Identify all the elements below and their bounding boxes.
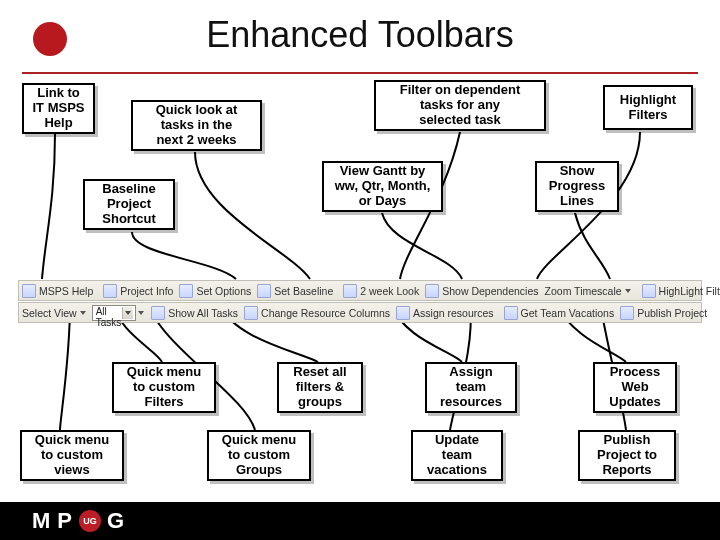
baseline-icon bbox=[257, 284, 271, 298]
tb-assign-resources[interactable]: Assign resources bbox=[395, 306, 497, 320]
tb-set-baseline[interactable]: Set Baseline bbox=[256, 284, 336, 298]
callout-quick-menu-groups: Quick menu to custom Groups bbox=[207, 430, 311, 481]
tb-highlight-filter[interactable]: HighLight Filter bbox=[641, 284, 720, 298]
callout-quick-look: Quick look at tasks in the next 2 weeks bbox=[131, 100, 262, 151]
tb-label: Change Resource Columns bbox=[261, 307, 390, 319]
highlight-icon bbox=[642, 284, 656, 298]
callout-publish-reports: Publish Project to Reports bbox=[578, 430, 676, 481]
logo-p: P bbox=[57, 508, 73, 534]
callout-quick-menu-views: Quick menu to custom views bbox=[20, 430, 124, 481]
logo-dot: UG bbox=[79, 510, 101, 532]
calendar-icon bbox=[343, 284, 357, 298]
tb-zoom-timescale[interactable]: Zoom Timescale bbox=[544, 285, 635, 297]
tb-label: Show All Tasks bbox=[168, 307, 238, 319]
toolbar-row-1: MSPS Help Project Info Set Options Set B… bbox=[18, 280, 702, 301]
callout-update-vacations: Update team vacations bbox=[411, 430, 503, 481]
logo-m: M bbox=[32, 508, 51, 534]
tb-label: Set Baseline bbox=[274, 285, 333, 297]
tb-label: Assign resources bbox=[413, 307, 494, 319]
vacation-icon bbox=[504, 306, 518, 320]
tb-label: Project Info bbox=[120, 285, 173, 297]
help-icon bbox=[22, 284, 36, 298]
tb-select-view[interactable]: Select View bbox=[21, 307, 90, 319]
tb-publish-project[interactable]: Publish Project bbox=[619, 306, 710, 320]
callout-filter-dependent: Filter on dependent tasks for any select… bbox=[374, 80, 546, 131]
slide-title: Enhanced Toolbars bbox=[0, 14, 720, 56]
tb-filter-select[interactable]: All Tasks bbox=[92, 305, 137, 321]
tb-label: Get Team Vacations bbox=[521, 307, 615, 319]
chevron-down-icon bbox=[80, 309, 87, 316]
tb-set-options[interactable]: Set Options bbox=[178, 284, 254, 298]
tb-project-info[interactable]: Project Info bbox=[102, 284, 176, 298]
chevron-down-icon bbox=[625, 287, 632, 294]
callout-reset-filters: Reset all filters & groups bbox=[277, 362, 363, 413]
callout-baseline: Baseline Project Shortcut bbox=[83, 179, 175, 230]
tb-label: MSPS Help bbox=[39, 285, 93, 297]
tb-label: 2 week Look bbox=[360, 285, 419, 297]
tb-label: Set Options bbox=[196, 285, 251, 297]
footer-logo-bar: M P UG G bbox=[0, 502, 720, 540]
callout-show-progress: Show Progress Lines bbox=[535, 161, 619, 212]
toolbar-row-2: Select View All Tasks Show All Tasks Cha… bbox=[18, 302, 702, 323]
chevron-down-icon[interactable] bbox=[138, 309, 144, 316]
columns-icon bbox=[244, 306, 258, 320]
info-icon bbox=[103, 284, 117, 298]
callout-assign-team: Assign team resources bbox=[425, 362, 517, 413]
tb-msps-help[interactable]: MSPS Help bbox=[21, 284, 96, 298]
tb-label: Publish Project bbox=[637, 307, 707, 319]
tb-label: Show Dependencies bbox=[442, 285, 538, 297]
callout-msps-help: Link to IT MSPS Help bbox=[22, 83, 95, 134]
tb-label: Select View bbox=[22, 307, 77, 319]
title-underline bbox=[22, 72, 698, 74]
tb-get-team-vacations[interactable]: Get Team Vacations bbox=[503, 306, 618, 320]
logo-g: G bbox=[107, 508, 125, 534]
publish-icon bbox=[620, 306, 634, 320]
callout-process-web: Process Web Updates bbox=[593, 362, 677, 413]
callout-quick-menu-filters: Quick menu to custom Filters bbox=[112, 362, 216, 413]
link-icon bbox=[425, 284, 439, 298]
callout-view-gantt: View Gantt by ww, Qtr, Month, or Days bbox=[322, 161, 443, 212]
tb-two-week-look[interactable]: 2 week Look bbox=[342, 284, 422, 298]
tb-show-dependencies[interactable]: Show Dependencies bbox=[424, 284, 541, 298]
gear-icon bbox=[179, 284, 193, 298]
callout-highlight-filters: Highlight Filters bbox=[603, 85, 693, 130]
tb-label: HighLight Filter bbox=[659, 285, 720, 297]
user-icon bbox=[396, 306, 410, 320]
tb-label: Zoom Timescale bbox=[545, 285, 622, 297]
tb-show-all-tasks[interactable]: Show All Tasks bbox=[150, 306, 241, 320]
list-icon bbox=[151, 306, 165, 320]
tb-change-resource-columns[interactable]: Change Resource Columns bbox=[243, 306, 393, 320]
tb-value: All Tasks bbox=[96, 306, 122, 328]
